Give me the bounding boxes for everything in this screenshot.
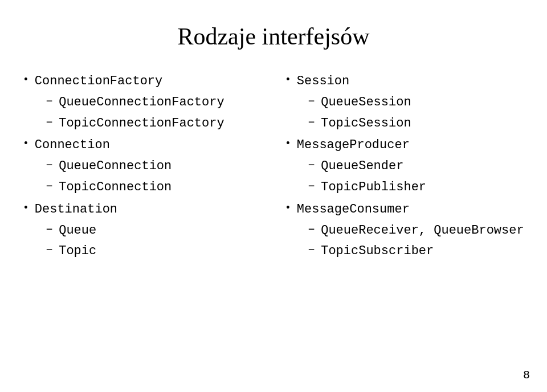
bullet-icon-1: •	[23, 74, 29, 85]
queuereceiver-label: QueueReceiver, QueueBrowser	[321, 222, 524, 240]
sub-queueconnection: – QueueConnection	[46, 158, 262, 175]
sub-queuesession: – QueueSession	[308, 94, 524, 112]
queueconnectionfactory-label: QueueConnectionFactory	[59, 94, 224, 112]
connection-label: Connection	[35, 137, 110, 154]
queue-label: Queue	[59, 222, 96, 240]
topicsubscriber-label: TopicSubscriber	[321, 243, 434, 260]
sub-topicsession: – TopicSession	[308, 115, 524, 133]
dash-icon-7: –	[308, 94, 315, 108]
section-messageproducer: • MessageProducer – QueueSender – TopicP…	[285, 137, 524, 196]
sub-topicconnection: – TopicConnection	[46, 179, 262, 197]
bullet-session: • Session	[285, 73, 524, 91]
destination-label: Destination	[35, 201, 117, 219]
topicsession-label: TopicSession	[321, 115, 411, 133]
queuesender-label: QueueSender	[321, 158, 403, 175]
session-label: Session	[297, 73, 349, 91]
queuesession-label: QueueSession	[321, 94, 411, 112]
dash-icon-1: –	[46, 94, 53, 108]
dash-icon-5: –	[46, 222, 53, 236]
sub-topicsubscriber: – TopicSubscriber	[308, 243, 524, 260]
sub-queuesender: – QueueSender	[308, 158, 524, 175]
bullet-icon-4: •	[285, 74, 291, 85]
bullet-icon-5: •	[285, 138, 291, 149]
sub-queueconnectionfactory: – QueueConnectionFactory	[46, 94, 262, 112]
sub-topicpublisher: – TopicPublisher	[308, 179, 524, 197]
section-messageconsumer: • MessageConsumer – QueueReceiver, Queue…	[285, 201, 524, 260]
slide: Rodzaje interfejsów • ConnectionFactory …	[0, 0, 547, 392]
sub-topicconnectionfactory: – TopicConnectionFactory	[46, 115, 262, 133]
sub-topic: – Topic	[46, 243, 262, 260]
bullet-icon-2: •	[23, 138, 29, 149]
bullet-icon-3: •	[23, 202, 29, 214]
section-connectionfactory: • ConnectionFactory – QueueConnectionFac…	[23, 73, 262, 132]
dash-icon-4: –	[46, 179, 53, 193]
slide-title: Rodzaje interfejsów	[23, 23, 524, 50]
queueconnection-label: QueueConnection	[59, 158, 172, 175]
dash-icon-10: –	[308, 179, 315, 193]
bullet-messageproducer: • MessageProducer	[285, 137, 524, 154]
sub-queuereceiver: – QueueReceiver, QueueBrowser	[308, 222, 524, 240]
section-session: • Session – QueueSession – TopicSession	[285, 73, 524, 132]
bullet-destination: • Destination	[23, 201, 262, 219]
content-area: • ConnectionFactory – QueueConnectionFac…	[23, 73, 524, 265]
dash-icon-3: –	[46, 158, 53, 172]
dash-icon-8: –	[308, 115, 315, 129]
topic-label: Topic	[59, 243, 96, 260]
messageproducer-label: MessageProducer	[297, 137, 410, 154]
dash-icon-6: –	[46, 243, 53, 257]
bullet-messageconsumer: • MessageConsumer	[285, 201, 524, 219]
bullet-icon-6: •	[285, 202, 291, 214]
page-number: 8	[523, 369, 530, 382]
section-destination: • Destination – Queue – Topic	[23, 201, 262, 260]
section-connection: • Connection – QueueConnection – TopicCo…	[23, 137, 262, 196]
left-column: • ConnectionFactory – QueueConnectionFac…	[23, 73, 274, 265]
sub-queue: – Queue	[46, 222, 262, 240]
messageconsumer-label: MessageConsumer	[297, 201, 410, 219]
bullet-connection: • Connection	[23, 137, 262, 154]
connectionfactory-label: ConnectionFactory	[35, 73, 162, 91]
dash-icon-2: –	[46, 115, 53, 129]
right-column: • Session – QueueSession – TopicSession …	[274, 73, 524, 265]
topicconnectionfactory-label: TopicConnectionFactory	[59, 115, 224, 133]
dash-icon-9: –	[308, 158, 315, 172]
dash-icon-12: –	[308, 243, 315, 257]
bullet-connectionfactory: • ConnectionFactory	[23, 73, 262, 91]
topicconnection-label: TopicConnection	[59, 179, 172, 197]
dash-icon-11: –	[308, 222, 315, 236]
topicpublisher-label: TopicPublisher	[321, 179, 426, 197]
